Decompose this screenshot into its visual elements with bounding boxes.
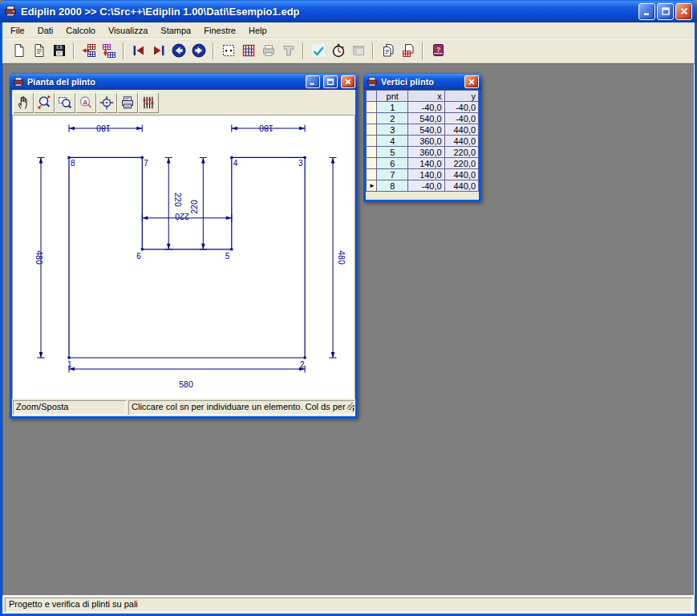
help-button[interactable]: ? (428, 41, 448, 61)
zoom-text-button[interactable]: a (75, 92, 96, 113)
pianta-maximize-button[interactable] (323, 75, 338, 88)
section-grid-button[interactable] (238, 41, 258, 61)
cell-x[interactable]: 360,0 (408, 147, 444, 158)
cell-x[interactable]: 140,0 (408, 169, 444, 180)
menu-item-calcolo[interactable]: Calcolo (59, 23, 102, 38)
check-verify-button[interactable] (308, 41, 328, 61)
zoom-dynamic-icon (36, 95, 52, 111)
table-row[interactable]: 4360,0440,0 (367, 136, 479, 147)
table-row[interactable]: ►8-40,0440,0 (367, 180, 479, 192)
app-icon (4, 5, 17, 18)
cell-y[interactable]: -40,0 (444, 113, 478, 124)
cell-pnt[interactable]: 3 (377, 124, 408, 136)
cell-pnt[interactable]: 8 (377, 180, 408, 192)
pianta-titlebar[interactable]: Pianta del plinto (10, 73, 358, 90)
cell-pnt[interactable]: 2 (377, 113, 408, 124)
plinth-drawing[interactable]: 12345678180180480480220220220580 (13, 116, 355, 396)
menu-item-dati[interactable]: Dati (31, 23, 60, 38)
table-row[interactable]: 1-40,0-40,0 (367, 102, 479, 113)
column-header-pnt[interactable]: pnt (377, 91, 408, 102)
first-record-button[interactable] (128, 41, 148, 61)
new-file-button[interactable] (9, 41, 29, 61)
column-header-y[interactable]: y (444, 91, 478, 102)
row-selector[interactable] (367, 113, 377, 124)
cell-pnt[interactable]: 1 (377, 102, 408, 113)
table-row[interactable]: 2540,0-40,0 (367, 113, 479, 124)
menubar: FileDatiCalcoloVisualizzaStampaFinestreH… (2, 22, 695, 38)
vertici-titlebar[interactable]: Vertici plinto (363, 73, 481, 90)
row-selector[interactable] (367, 169, 377, 180)
cell-x[interactable]: 360,0 (408, 136, 444, 147)
table-row[interactable]: 5360,0220,0 (367, 147, 479, 158)
cell-pnt[interactable]: 4 (377, 136, 408, 147)
menu-item-stampa[interactable]: Stampa (154, 23, 197, 38)
cell-x[interactable]: -40,0 (408, 102, 444, 113)
table-row[interactable]: 7140,0440,0 (367, 169, 479, 180)
table-row[interactable]: 6140,0220,0 (367, 158, 479, 169)
center-target-button[interactable] (96, 92, 117, 113)
stopwatch-button[interactable] (328, 41, 348, 61)
cell-y[interactable]: 440,0 (444, 169, 478, 180)
panel-button[interactable] (348, 41, 368, 61)
vertici-client: pnt x y 1-40,0-40,02540,0-40,03540,0440,… (366, 90, 479, 200)
cell-y[interactable]: 220,0 (444, 147, 478, 158)
open-file-button[interactable] (29, 41, 49, 61)
zoom-window-button[interactable] (55, 92, 75, 113)
last-record-button[interactable] (148, 41, 168, 61)
print-icon (261, 43, 277, 59)
row-selector[interactable] (367, 147, 377, 158)
row-selector[interactable]: ► (367, 180, 377, 192)
next-page-button[interactable] (188, 41, 209, 61)
cell-y[interactable]: 440,0 (444, 180, 478, 192)
previous-page-button[interactable] (168, 41, 188, 61)
cell-pnt[interactable]: 5 (377, 147, 408, 158)
minimize-button[interactable] (638, 3, 655, 20)
pan-button[interactable] (13, 92, 34, 113)
row-selector[interactable] (367, 136, 377, 147)
cell-y[interactable]: 440,0 (444, 136, 478, 147)
display-options-button[interactable] (138, 92, 159, 113)
vertici-close-button[interactable] (464, 75, 479, 88)
svg-text:5: 5 (225, 252, 230, 261)
print-report-button[interactable] (398, 41, 418, 61)
cell-pnt[interactable]: 6 (377, 158, 408, 169)
menu-item-file[interactable]: File (4, 23, 31, 38)
resize-grip[interactable] (345, 400, 354, 414)
maximize-button[interactable] (657, 3, 674, 20)
pianta-close-button[interactable] (341, 75, 355, 88)
toolbar-separator (422, 43, 423, 59)
cell-x[interactable]: 140,0 (408, 158, 444, 169)
center-target-icon (99, 95, 115, 111)
export-grid-button[interactable] (79, 41, 99, 61)
zoom-dynamic-button[interactable] (34, 92, 55, 113)
table-row[interactable]: 3540,0440,0 (367, 124, 479, 136)
print-button[interactable] (258, 41, 278, 61)
row-selector[interactable] (367, 102, 377, 113)
select-nodes-button[interactable] (218, 41, 238, 61)
column-header-x[interactable]: x (408, 91, 444, 102)
svg-text:480: 480 (34, 250, 44, 265)
pillar-button[interactable] (278, 41, 298, 61)
row-selector[interactable] (367, 124, 377, 136)
copy-report-button[interactable] (378, 41, 398, 61)
cell-x[interactable]: -40,0 (408, 180, 444, 192)
app-titlebar[interactable]: Ediplin 2000 >> C:\Src++\Ediplin 1.00\Da… (0, 0, 697, 22)
menu-item-help[interactable]: Help (242, 23, 274, 38)
row-selector[interactable] (367, 158, 377, 169)
cell-pnt[interactable]: 7 (377, 169, 408, 180)
print-drawing-button[interactable] (117, 92, 138, 113)
cell-x[interactable]: 540,0 (408, 113, 444, 124)
import-grid-button[interactable] (99, 41, 119, 61)
cell-y[interactable]: -40,0 (444, 102, 478, 113)
next-page-icon (191, 43, 207, 59)
close-button[interactable] (675, 3, 692, 20)
svg-text:180: 180 (96, 124, 111, 133)
save-button[interactable] (49, 41, 69, 61)
cell-y[interactable]: 220,0 (444, 158, 478, 169)
cell-y[interactable]: 440,0 (444, 124, 478, 136)
cell-x[interactable]: 540,0 (408, 124, 444, 136)
pianta-minimize-button[interactable] (306, 75, 320, 88)
menu-item-finestre[interactable]: Finestre (197, 23, 242, 38)
menu-item-visualizza[interactable]: Visualizza (102, 23, 154, 38)
toolbar-separator (302, 43, 304, 59)
